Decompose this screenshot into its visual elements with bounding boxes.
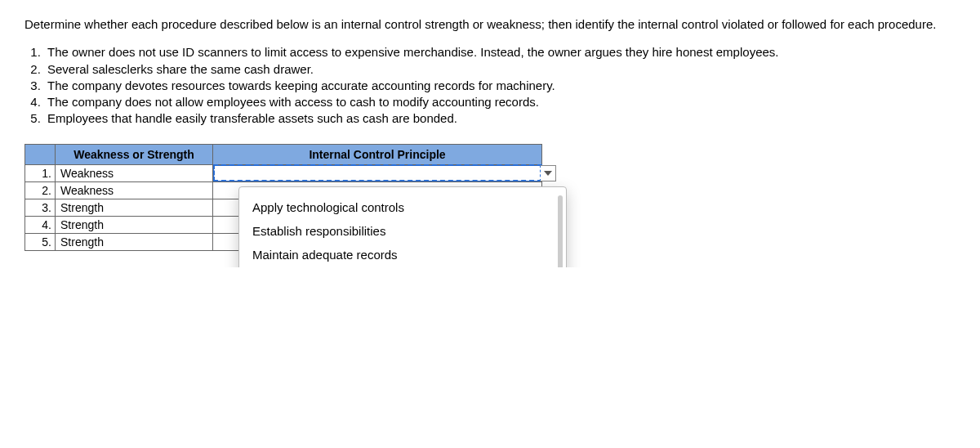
dropdown-menu: Apply technological controls Establish r…	[238, 186, 567, 267]
row-number: 1.	[25, 164, 56, 181]
dropdown-option[interactable]: Separate recordkeeping from custody of a…	[239, 267, 566, 267]
cell-value: Weakness	[60, 184, 114, 197]
row-number: 4.	[25, 216, 56, 233]
weakness-strength-select[interactable]: Weakness	[56, 181, 213, 199]
header-internal-control-principle: Internal Control Principle	[213, 144, 542, 164]
procedure-item: Several salesclerks share the same cash …	[44, 61, 956, 78]
internal-control-select[interactable]	[213, 164, 542, 181]
cell-value: Strength	[60, 235, 104, 249]
dropdown-option[interactable]: Maintain adequate records	[239, 243, 566, 267]
cell-value: Strength	[60, 201, 104, 214]
procedure-item: The company devotes resources towards ke…	[44, 78, 956, 94]
dropdown-option[interactable]: Establish responsibilities	[239, 219, 566, 243]
dropdown-option[interactable]: Apply technological controls	[239, 195, 566, 219]
row-number: 5.	[25, 233, 56, 250]
weakness-strength-select[interactable]: Weakness	[56, 164, 213, 181]
header-weakness-strength: Weakness or Strength	[56, 144, 213, 164]
header-blank	[25, 144, 56, 164]
procedure-item: Employees that handle easily transferabl…	[44, 110, 956, 127]
cell-value: Strength	[60, 218, 104, 231]
row-number: 2.	[25, 181, 56, 199]
weakness-strength-select[interactable]: Strength	[56, 233, 213, 250]
procedure-list: The owner does not use ID scanners to li…	[24, 44, 956, 127]
dropdown-scrollbar[interactable]	[558, 195, 563, 267]
procedure-item: The owner does not use ID scanners to li…	[44, 44, 956, 60]
procedure-item: The company does not allow employees wit…	[44, 94, 956, 110]
weakness-strength-select[interactable]: Strength	[56, 199, 213, 216]
chevron-down-icon	[544, 171, 552, 176]
weakness-strength-select[interactable]: Strength	[56, 216, 213, 233]
cell-value: Weakness	[60, 167, 114, 180]
dropdown-trigger[interactable]	[540, 165, 556, 181]
table-row: 1. Weakness	[25, 164, 542, 181]
instructions-text: Determine whether each procedure describ…	[24, 16, 956, 33]
row-number: 3.	[25, 199, 56, 216]
